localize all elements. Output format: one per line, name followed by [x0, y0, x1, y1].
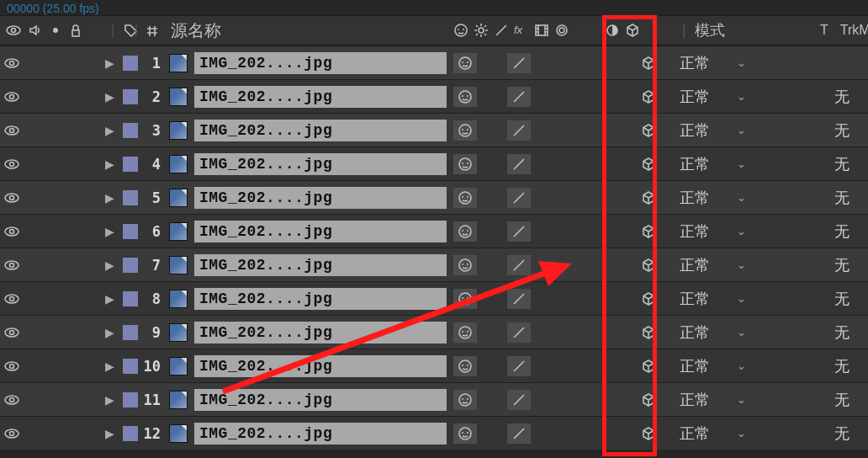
layer-visibility-eye-icon[interactable] [3, 157, 20, 171]
track-matte-dropdown[interactable]: 无 [834, 120, 849, 141]
twirl-icon[interactable]: ▶ [105, 359, 114, 373]
shy-icon[interactable] [453, 23, 468, 38]
twirl-icon[interactable]: ▶ [105, 191, 114, 205]
label-color-chip[interactable] [123, 258, 138, 273]
track-matte-dropdown[interactable]: 无 [834, 390, 849, 410]
twirl-icon[interactable]: ▶ [105, 393, 114, 407]
shy-toggle[interactable] [453, 120, 477, 141]
layer-source-name[interactable]: IMG_202....jpg [194, 355, 447, 377]
layer-visibility-eye-icon[interactable] [3, 124, 20, 137]
column-trk-header[interactable]: TTrkM [815, 15, 868, 45]
layer-3d-toggle[interactable] [641, 258, 656, 273]
track-matte-dropdown[interactable]: 无 [834, 423, 849, 444]
track-matte-dropdown[interactable]: 无 [834, 221, 849, 242]
layer-visibility-eye-icon[interactable] [3, 191, 20, 205]
shy-toggle[interactable] [453, 289, 477, 309]
twirl-icon[interactable]: ▶ [105, 326, 114, 339]
twirl-icon[interactable]: ▶ [105, 427, 114, 440]
layer-source-name[interactable]: IMG_202....jpg [194, 254, 447, 276]
layer-source-name[interactable]: IMG_202....jpg [194, 86, 447, 108]
shy-toggle[interactable] [453, 87, 477, 107]
layer-3d-toggle[interactable] [641, 291, 656, 306]
layer-3d-toggle[interactable] [641, 89, 656, 104]
blend-mode-dropdown[interactable]: 正常 [680, 255, 728, 275]
column-source-name-header[interactable]: 源名称 [166, 15, 450, 45]
track-matte-dropdown[interactable]: 无 [834, 87, 849, 107]
twirl-icon[interactable]: ▶ [105, 292, 114, 306]
track-matte-dropdown[interactable]: 无 [834, 356, 849, 376]
blend-mode-dropdown[interactable]: 正常 [680, 120, 728, 141]
quality-toggle[interactable] [507, 87, 531, 107]
quality-toggle[interactable] [507, 423, 531, 444]
layer-source-name[interactable]: IMG_202....jpg [194, 221, 447, 242]
shy-toggle[interactable] [453, 423, 477, 444]
blend-mode-dropdown[interactable]: 正常 [680, 390, 728, 410]
eye-icon[interactable] [5, 24, 22, 37]
track-matte-dropdown[interactable]: 无 [834, 322, 849, 343]
layer-visibility-eye-icon[interactable] [3, 56, 20, 70]
quality-toggle[interactable] [507, 120, 531, 141]
layer-3d-toggle[interactable] [641, 224, 656, 239]
blend-mode-dropdown[interactable]: 正常 [680, 87, 728, 107]
layer-visibility-eye-icon[interactable] [3, 326, 20, 339]
layer-3d-toggle[interactable] [641, 359, 656, 374]
twirl-icon[interactable]: ▶ [105, 157, 114, 171]
layer-3d-toggle[interactable] [641, 325, 656, 340]
shy-toggle[interactable] [453, 356, 477, 376]
motion-blur-icon[interactable] [554, 23, 569, 38]
quality-line-icon[interactable] [494, 23, 509, 38]
label-color-chip[interactable] [123, 56, 138, 71]
blend-mode-dropdown[interactable]: 正常 [680, 221, 728, 242]
layer-source-name[interactable]: IMG_202....jpg [194, 288, 447, 310]
track-matte-dropdown[interactable]: 无 [834, 154, 849, 174]
label-color-chip[interactable] [123, 190, 138, 205]
quality-toggle[interactable] [507, 221, 531, 242]
solo-dot-icon[interactable] [49, 24, 62, 37]
blend-mode-dropdown[interactable]: 正常 [680, 188, 728, 208]
label-color-chip[interactable] [123, 224, 138, 239]
layer-source-name[interactable]: IMG_202....jpg [194, 52, 447, 74]
blend-mode-dropdown[interactable]: 正常 [680, 289, 728, 309]
shy-toggle[interactable] [453, 53, 477, 73]
track-matte-dropdown[interactable]: 无 [834, 289, 849, 309]
blend-mode-dropdown[interactable]: 正常 [680, 53, 728, 73]
layer-visibility-eye-icon[interactable] [3, 90, 20, 104]
twirl-icon[interactable]: ▶ [105, 90, 114, 104]
layer-3d-toggle[interactable] [641, 56, 656, 71]
blend-mode-dropdown[interactable]: 正常 [680, 423, 728, 444]
layer-source-name[interactable]: IMG_202....jpg [194, 322, 447, 344]
adjustment-icon[interactable] [605, 23, 620, 38]
shy-toggle[interactable] [453, 322, 477, 343]
layer-visibility-eye-icon[interactable] [3, 292, 20, 306]
layer-source-name[interactable]: IMG_202....jpg [194, 187, 447, 209]
shy-toggle[interactable] [453, 154, 477, 174]
quality-toggle[interactable] [507, 154, 531, 174]
cube-3d-icon[interactable] [625, 23, 640, 38]
speaker-icon[interactable] [29, 24, 42, 37]
layer-3d-toggle[interactable] [641, 190, 656, 205]
label-color-chip[interactable] [123, 291, 138, 306]
quality-toggle[interactable] [507, 289, 531, 309]
layer-source-name[interactable]: IMG_202....jpg [194, 389, 447, 411]
layer-3d-toggle[interactable] [641, 123, 656, 138]
frame-blend-icon[interactable] [534, 23, 549, 38]
layer-visibility-eye-icon[interactable] [3, 359, 20, 373]
track-matte-dropdown[interactable]: 无 [834, 188, 849, 208]
quality-toggle[interactable] [507, 390, 531, 410]
twirl-icon[interactable]: ▶ [105, 56, 114, 70]
quality-toggle[interactable] [507, 322, 531, 343]
label-color-chip[interactable] [123, 426, 138, 441]
blend-mode-dropdown[interactable]: 正常 [680, 322, 728, 343]
layer-3d-toggle[interactable] [641, 157, 656, 172]
shy-toggle[interactable] [453, 390, 477, 410]
label-color-chip[interactable] [123, 359, 138, 374]
layer-3d-toggle[interactable] [641, 392, 656, 407]
label-color-chip[interactable] [123, 157, 138, 172]
layer-source-name[interactable]: IMG_202....jpg [194, 153, 447, 175]
blend-mode-dropdown[interactable]: 正常 [680, 356, 728, 376]
fx-icon[interactable] [514, 23, 529, 38]
twirl-icon[interactable]: ▶ [105, 225, 114, 238]
label-color-chip[interactable] [123, 123, 138, 138]
layer-source-name[interactable]: IMG_202....jpg [194, 423, 447, 445]
quality-toggle[interactable] [507, 356, 531, 376]
